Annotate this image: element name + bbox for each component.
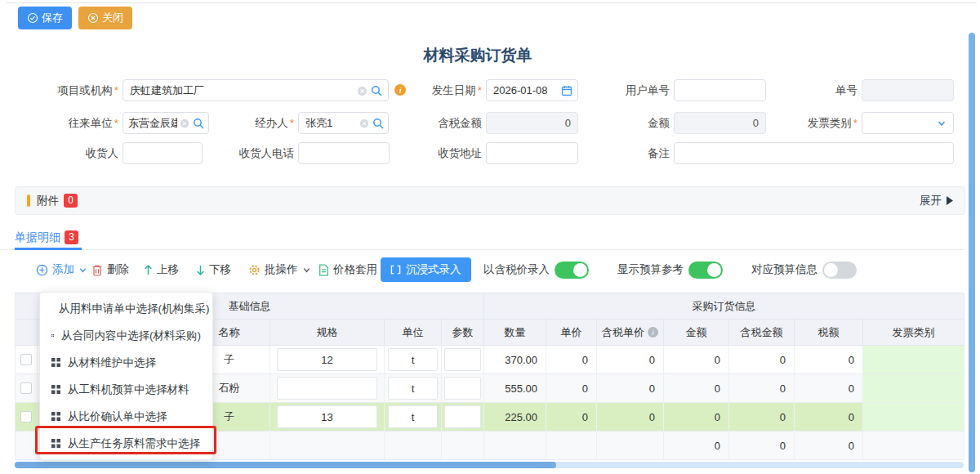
menu-item-material-request[interactable]: 从用料申请单中选择(机构集采) [40,295,212,322]
doc-no-label: 单号 [784,79,858,101]
search-icon[interactable] [193,118,204,129]
cell-qty[interactable]: 225.00 [484,403,546,432]
cell-price[interactable]: 0 [546,346,597,374]
grid-toolbar: 添加 删除 上移 下移 批操作 价格套用 沉浸式录入 以含税价录 [0,255,980,286]
cell-empty [597,432,664,460]
cell-tax-price[interactable]: 0 [597,403,664,432]
handler-field-wrap [298,112,389,134]
cell-amount: 0 [664,346,729,374]
horizontal-scrollbar-thumb[interactable] [15,462,556,468]
horizontal-scrollbar-track[interactable] [15,462,964,468]
consignee-phone-input[interactable] [298,142,390,164]
cell-qty[interactable]: 555.00 [484,374,546,403]
toggle-budget-ref-label: 显示预算参考 [617,262,684,277]
expand-button[interactable]: 展开 [920,194,953,208]
user-no-input[interactable] [674,79,766,101]
cell-invoice[interactable] [863,403,964,432]
close-button-label: 关闭 [102,11,123,25]
cell-tax: 0 [795,403,863,432]
chevron-down-icon [78,266,87,275]
cell-empty [863,432,964,460]
project-input[interactable] [122,79,389,101]
cell-param[interactable] [442,374,484,403]
menu-item-price-comparison[interactable]: 从比价确认单中选择 [40,403,212,430]
move-up-button[interactable]: 上移 [144,255,179,284]
search-icon[interactable] [372,118,384,129]
cell-unit[interactable]: t [385,403,442,432]
toggle-budget-info-label: 对应预算信息 [751,262,817,277]
invoice-type-select[interactable] [862,112,954,134]
calendar-icon[interactable] [561,85,572,96]
consignee-input[interactable] [122,142,203,164]
cell-spec[interactable]: 12 [270,346,385,374]
invoice-type-label: 发票类别* [784,112,858,134]
cell-empty [270,432,385,460]
search-icon[interactable] [371,85,382,96]
cell-tax: 0 [795,374,863,403]
attachment-label: 附件 [37,194,59,208]
menu-item-material-maintenance[interactable]: 从材料维护中选择 [40,349,212,376]
close-button[interactable]: 关闭 [78,7,132,29]
menu-item-contract-content[interactable]: 从合同内容中选择(材料采购) [40,322,212,349]
tax-amount-label: 含税金额 [408,112,482,134]
trash-icon [91,264,103,276]
material-purchase-order-page: 保存 关闭 材料采购订货单 项目或机构* i 发生日期* 用户单号 单号 往来单… [0,0,980,474]
menu-item-labor-material-budget[interactable]: 从工料机预算中选择材料 [40,376,212,403]
add-button[interactable]: 添加 [36,255,87,284]
cell-price[interactable]: 0 [546,374,597,403]
amount-field-wrap [674,112,766,134]
batch-operations-button[interactable]: 批操作 [248,255,311,284]
header-price: 单价 [546,320,597,346]
delete-button[interactable]: 删除 [91,255,129,284]
svg-text:i: i [399,86,402,95]
cell-qty[interactable]: 370.00 [484,346,546,374]
tab-document-detail[interactable]: 单据明细 3 [15,224,78,250]
clear-icon[interactable] [357,86,368,96]
gear-icon [248,264,261,276]
immersive-entry-button[interactable]: 沉浸式录入 [381,257,471,282]
cell-spec[interactable] [270,374,385,403]
group-purchase-info: 采购订货信息 [484,293,964,320]
chevron-down-icon [937,118,947,128]
cell-tax-amount: 0 [729,374,795,403]
cell-tax-price[interactable]: 0 [597,374,664,403]
occur-date-field-wrap [486,79,578,101]
cell-tax-price[interactable]: 0 [597,346,664,374]
toggle-tax-entry-switch[interactable] [555,262,589,279]
user-no-label: 用户单号 [596,79,670,101]
cell-invoice[interactable] [863,346,964,374]
expand-label: 展开 [920,194,942,208]
toggle-budget-info-switch[interactable] [822,262,857,279]
grid-icon [51,331,54,340]
cell-unit[interactable]: t [385,374,442,403]
toggle-budget-ref-switch[interactable] [688,262,723,279]
info-icon[interactable]: i [394,83,407,96]
move-down-button[interactable]: 下移 [196,255,231,284]
cell-empty [546,432,597,460]
cell-invoice[interactable] [863,374,964,403]
chevron-down-icon [302,266,311,275]
cell-param[interactable] [442,403,484,432]
cell-param[interactable] [442,346,484,374]
price-apply-button[interactable]: 价格套用 [318,255,377,284]
cell-empty [442,432,484,460]
remark-input[interactable] [674,142,954,164]
row-checkbox[interactable] [20,411,32,423]
cell-unit[interactable]: t [385,346,442,374]
clear-icon[interactable] [180,118,189,128]
cell-price[interactable]: 0 [546,403,597,432]
menu-item-production-task-material[interactable]: 从生产任务原料需求中选择 [40,430,212,457]
grid-icon [51,358,60,367]
summary-amount: 0 [664,432,729,460]
x-circle-icon [87,12,99,24]
row-checkbox[interactable] [20,382,32,394]
vertical-scrollbar-thumb[interactable] [969,33,975,472]
save-button[interactable]: 保存 [18,7,72,29]
arrow-up-icon [144,265,153,275]
address-input[interactable] [486,142,578,164]
clear-icon[interactable] [359,118,369,128]
cell-spec[interactable]: 13 [270,403,385,432]
header-tax-price: 含税单价i [597,320,664,346]
info-icon[interactable]: i [648,327,658,338]
row-checkbox[interactable] [20,354,32,365]
